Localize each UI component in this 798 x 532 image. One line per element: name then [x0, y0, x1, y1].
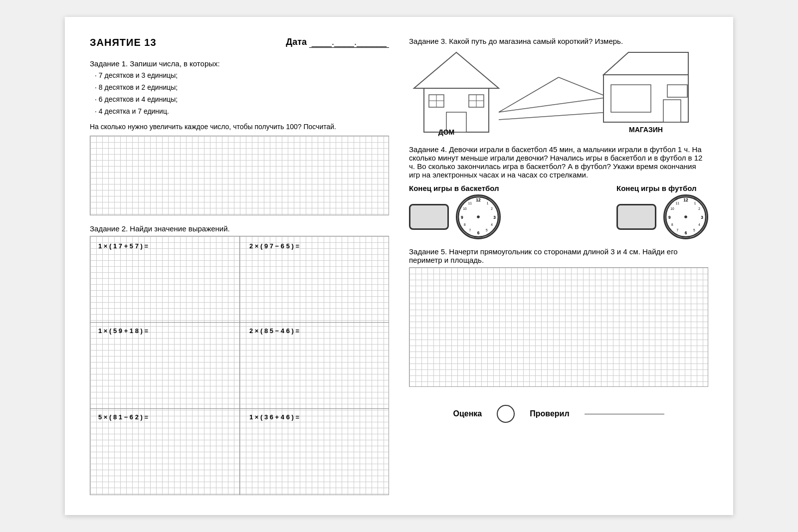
svg-line-11	[499, 77, 559, 112]
task5: Задание 5. Начерти прямоугольник со стор…	[409, 247, 708, 387]
expr-mr: 2 × ( 8 5 − 4 6 ) =	[245, 324, 303, 338]
lesson-title: ЗАНЯТИЕ 13	[90, 37, 157, 48]
svg-marker-1	[414, 52, 499, 88]
svg-text:6: 6	[685, 231, 687, 236]
svg-text:3: 3	[493, 215, 496, 220]
svg-text:5: 5	[486, 228, 488, 232]
checked-line[interactable]	[585, 414, 664, 414]
bullet-4: 4 десятка и 7 единиц.	[95, 106, 389, 118]
task1-grid[interactable]	[90, 136, 389, 215]
svg-text:10: 10	[463, 207, 467, 210]
footer: Оценка Проверил	[409, 405, 708, 423]
svg-text:8: 8	[671, 223, 673, 226]
football-clock-group: Конец игры в футбол 12 3 6 9	[616, 184, 708, 239]
svg-text:3: 3	[701, 215, 703, 220]
basketball-analog: 12 3 6 9 1 2 4 5 7 8 10	[456, 194, 501, 239]
svg-text:10: 10	[670, 207, 674, 210]
task2-label: Задание 2. Найди значение выражений.	[90, 224, 389, 233]
svg-text:5: 5	[693, 228, 695, 232]
svg-rect-16	[611, 85, 651, 112]
expr-tr: 2 × ( 9 7 − 6 5 ) =	[245, 239, 303, 253]
svg-point-33	[477, 215, 480, 218]
date-blanks[interactable]: ____.____.______	[309, 37, 389, 48]
checked-label: Проверил	[530, 409, 569, 418]
svg-line-13	[499, 112, 608, 120]
house-svg: ДОМ	[409, 47, 708, 137]
svg-text:ДОМ: ДОМ	[438, 128, 455, 136]
date-line: Дата ____.____.______	[286, 37, 389, 48]
score-label: Оценка	[453, 409, 482, 418]
svg-rect-18	[667, 85, 687, 97]
date-label: Дата	[286, 37, 307, 47]
svg-text:4: 4	[698, 223, 700, 226]
svg-line-10	[499, 97, 608, 112]
svg-text:2: 2	[491, 207, 493, 210]
task5-grid[interactable]	[409, 267, 708, 387]
svg-rect-17	[663, 100, 681, 122]
bullet-2: 8 десятков и 2 единицы;	[95, 82, 389, 94]
svg-text:МАГАЗИН: МАГАЗИН	[629, 126, 663, 134]
task4: Задание 4. Девочки играли в баскетбол 45…	[409, 145, 708, 239]
basketball-clock-group: Конец игры в баскетбол 12 3 6	[409, 184, 501, 239]
left-column: ЗАНЯТИЕ 13 Дата ____.____.______ Задание…	[90, 37, 389, 495]
bullet-3: 6 десятков и 4 единицы;	[95, 94, 389, 106]
expr-ml: 1 × ( 5 9 + 1 8 ) =	[94, 324, 152, 338]
task3: Задание 3. Какой путь до магазина самый …	[409, 37, 708, 137]
task1: Задание 1. Запиши числа, в которых: 7 де…	[90, 59, 389, 215]
right-column: Задание 3. Какой путь до магазина самый …	[409, 37, 708, 495]
expr-divider-h2	[90, 408, 389, 409]
expr-br: 1 × ( 3 6 + 4 6 ) =	[245, 410, 303, 424]
svg-line-12	[559, 77, 608, 97]
expr-divider-h1	[90, 322, 389, 323]
svg-text:6: 6	[477, 231, 480, 236]
bullet-1: 7 десятков и 3 единицы;	[95, 70, 389, 82]
clock-section: Конец игры в баскетбол 12 3 6	[409, 184, 708, 239]
football-digital	[616, 204, 656, 230]
expr-tl: 1 × ( 1 7 + 5 7 ) =	[94, 239, 152, 253]
football-displays: 12 3 6 9 1 2 4 5 7 8 10	[616, 194, 708, 239]
house-illustration: ДОМ	[409, 47, 708, 137]
basketball-digital	[409, 204, 449, 230]
task2: Задание 2. Найди значение выражений. 1 ×…	[90, 224, 389, 495]
svg-text:9: 9	[461, 215, 463, 220]
page: ЗАНЯТИЕ 13 Дата ____.____.______ Задание…	[65, 17, 733, 515]
expr-bl: 5 × ( 8 1 − 6 2 ) =	[94, 410, 152, 424]
task4-label: Задание 4. Девочки играли в баскетбол 45…	[409, 145, 708, 179]
svg-text:11: 11	[468, 201, 472, 205]
football-analog: 12 3 6 9 1 2 4 5 7 8 10	[663, 194, 708, 239]
svg-text:9: 9	[668, 215, 671, 220]
svg-text:12: 12	[476, 197, 481, 202]
svg-marker-14	[603, 52, 688, 75]
svg-text:1: 1	[487, 201, 489, 205]
task2-grid[interactable]: 1 × ( 1 7 + 5 7 ) = 2 × ( 9 7 − 6 5 ) = …	[90, 236, 389, 495]
basketball-displays: 12 3 6 9 1 2 4 5 7 8 10	[409, 194, 501, 239]
score-circle	[497, 405, 515, 423]
task1-label: Задание 1. Запиши числа, в которых:	[90, 59, 389, 68]
task5-label: Задание 5. Начерти прямоугольник со стор…	[409, 247, 708, 264]
svg-text:8: 8	[464, 223, 466, 226]
svg-text:7: 7	[676, 228, 678, 232]
svg-text:7: 7	[469, 228, 471, 232]
expr-divider-v	[239, 236, 240, 495]
svg-text:2: 2	[698, 207, 700, 210]
task1-bullets: 7 десятков и 3 единицы; 8 десятков и 2 е…	[90, 70, 389, 117]
svg-text:11: 11	[676, 201, 680, 205]
svg-point-47	[684, 215, 687, 218]
svg-text:1: 1	[694, 201, 696, 205]
header-row: ЗАНЯТИЕ 13 Дата ____.____.______	[90, 37, 389, 48]
svg-text:12: 12	[683, 197, 688, 202]
svg-text:4: 4	[491, 223, 493, 226]
task3-label: Задание 3. Какой путь до магазина самый …	[409, 37, 708, 45]
task1-question: На сколько нужно увеличить каждое число,…	[90, 121, 389, 132]
